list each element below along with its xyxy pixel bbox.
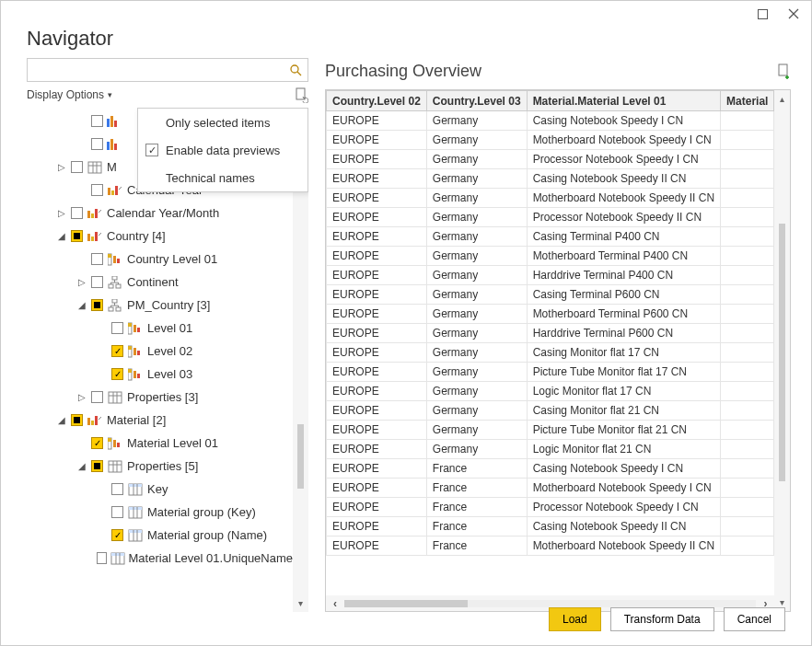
add-column-button[interactable]: [777, 63, 791, 79]
table-cell: [721, 285, 774, 305]
scroll-thumb[interactable]: [297, 424, 304, 489]
expander-open-icon[interactable]: ◢: [76, 461, 87, 471]
preview-grid[interactable]: Country.Level 02Country.Level 03Material…: [326, 90, 774, 611]
tree-checkbox[interactable]: [71, 414, 83, 426]
tree-row[interactable]: ▷Continent: [27, 271, 293, 294]
expander-closed-icon[interactable]: ▷: [56, 162, 67, 172]
tree-checkbox[interactable]: ✓: [111, 368, 123, 380]
transform-button[interactable]: Transform Data: [610, 607, 714, 631]
maximize-button[interactable]: [756, 7, 769, 20]
tree-checkbox[interactable]: [71, 161, 83, 173]
table-cell: Germany: [426, 324, 527, 343]
table-row[interactable]: EUROPEGermanyPicture Tube Monitor flat 2…: [327, 421, 774, 440]
column-header[interactable]: Country.Level 03: [426, 91, 527, 111]
expander-open-icon[interactable]: ◢: [56, 231, 67, 241]
table-row[interactable]: EUROPEGermanyMotherboard Notebook Speedy…: [327, 189, 774, 208]
table-row[interactable]: EUROPEGermanyMotherboard Terminal P400 C…: [327, 247, 774, 266]
tree-row[interactable]: ✓Material Level 01: [27, 432, 293, 455]
table-cell: [721, 169, 774, 189]
expander-closed-icon[interactable]: ▷: [56, 208, 67, 218]
menu-enable-previews[interactable]: ✓ Enable data previews: [138, 136, 307, 164]
table-row[interactable]: EUROPEFranceMotherboard Notebook Speedy …: [327, 479, 774, 498]
tree-row[interactable]: ◢Properties [5]: [27, 455, 293, 478]
table-row[interactable]: EUROPEGermanyProcessor Notebook Speedy I…: [327, 150, 774, 169]
tree-row[interactable]: ▷Properties [3]: [27, 386, 293, 409]
tree-row[interactable]: ◢Country [4]: [27, 225, 293, 248]
expander-closed-icon[interactable]: ▷: [76, 277, 87, 287]
table-cell: Casing Monitor flat 17 CN: [527, 343, 720, 363]
table-row[interactable]: EUROPEGermanyHarddrive Terminal P400 CN: [327, 266, 774, 285]
tree-checkbox[interactable]: [71, 230, 83, 242]
svg-rect-8: [114, 121, 117, 127]
column-header[interactable]: Material.Material Level 01: [527, 91, 720, 111]
tree-row[interactable]: ✓Level 03: [27, 363, 293, 386]
tree-checkbox[interactable]: ✓: [111, 529, 123, 541]
search-box[interactable]: [27, 58, 308, 82]
table-row[interactable]: EUROPEGermanyLogic Monitor flat 17 CN: [327, 382, 774, 401]
scroll-up-arrow[interactable]: ▴: [780, 90, 784, 108]
table-row[interactable]: EUROPEGermanyPicture Tube Monitor flat 1…: [327, 363, 774, 382]
tree-row[interactable]: Key: [27, 478, 293, 501]
tree-checkbox[interactable]: ✓: [91, 437, 103, 449]
display-options-dropdown[interactable]: Display Options ▾: [27, 88, 112, 101]
tree-row[interactable]: ✓Level 02: [27, 340, 293, 363]
tree-row[interactable]: Level 01: [27, 317, 293, 340]
table-row[interactable]: EUROPEGermanyMotherboard Terminal P600 C…: [327, 305, 774, 324]
table-row[interactable]: EUROPEFranceProcessor Notebook Speedy I …: [327, 498, 774, 517]
grid-scrollbar[interactable]: ▴ ▾: [774, 90, 790, 611]
tree-row[interactable]: ◢Material [2]: [27, 409, 293, 432]
table-cell: France: [426, 536, 527, 556]
close-button[interactable]: [787, 7, 800, 20]
tree-row[interactable]: Material Level 01.UniqueName: [27, 547, 293, 570]
table-cell: Motherboard Notebook Speedy I CN: [527, 479, 720, 498]
load-button[interactable]: Load: [549, 607, 601, 631]
table-row[interactable]: EUROPEGermanyMotherboard Notebook Speedy…: [327, 131, 774, 150]
tree-checkbox[interactable]: [91, 253, 103, 265]
tree-checkbox[interactable]: ✓: [111, 345, 123, 357]
tree-checkbox[interactable]: [111, 506, 123, 518]
tree-checkbox[interactable]: [91, 115, 103, 127]
table-row[interactable]: EUROPEFranceCasing Notebook Speedy I CN: [327, 459, 774, 479]
tree-checkbox[interactable]: [111, 483, 123, 495]
table-row[interactable]: EUROPEGermanyCasing Notebook Speedy I CN: [327, 111, 774, 131]
tree-row[interactable]: ▷Calendar Year/Month: [27, 202, 293, 225]
tree-row[interactable]: Country Level 01: [27, 248, 293, 271]
refresh-button[interactable]: [295, 87, 308, 103]
tree-checkbox[interactable]: [91, 276, 103, 288]
expander-open-icon[interactable]: ◢: [56, 415, 67, 425]
expander-open-icon[interactable]: ◢: [76, 300, 87, 310]
tree-checkbox[interactable]: [91, 460, 103, 472]
tree-checkbox[interactable]: [91, 138, 103, 150]
table-cell: EUROPE: [327, 401, 427, 421]
search-input[interactable]: [28, 59, 284, 81]
cancel-button[interactable]: Cancel: [724, 607, 785, 631]
column-header[interactable]: Country.Level 02: [327, 91, 427, 111]
tree-row[interactable]: ◢PM_Country [3]: [27, 294, 293, 317]
scroll-thumb[interactable]: [779, 224, 785, 481]
column-header[interactable]: Material: [721, 91, 774, 111]
table-row[interactable]: EUROPEGermanyCasing Monitor flat 17 CN: [327, 343, 774, 363]
table-row[interactable]: EUROPEGermanyCasing Terminal P400 CN: [327, 227, 774, 247]
table-row[interactable]: EUROPEFranceCasing Notebook Speedy II CN: [327, 517, 774, 536]
table-row[interactable]: EUROPEGermanyCasing Monitor flat 21 CN: [327, 401, 774, 421]
table-row[interactable]: EUROPEGermanyLogic Monitor flat 21 CN: [327, 440, 774, 459]
tree-checkbox[interactable]: [91, 299, 103, 311]
tree-checkbox[interactable]: [91, 184, 103, 196]
table-row[interactable]: EUROPEGermanyHarddrive Terminal P600 CN: [327, 324, 774, 343]
expander-closed-icon[interactable]: ▷: [76, 392, 87, 402]
table-row[interactable]: EUROPEGermanyProcessor Notebook Speedy I…: [327, 208, 774, 227]
tree-row[interactable]: Material group (Key): [27, 501, 293, 524]
level-icon: [127, 366, 144, 383]
table-row[interactable]: EUROPEFranceMotherboard Notebook Speedy …: [327, 536, 774, 556]
tree-row[interactable]: ✓Material group (Name): [27, 524, 293, 547]
menu-only-selected[interactable]: Only selected items: [138, 109, 307, 136]
tree-checkbox[interactable]: [97, 552, 107, 564]
menu-technical-names[interactable]: Technical names: [138, 164, 307, 191]
tree-checkbox[interactable]: [111, 322, 123, 334]
display-options-menu[interactable]: Only selected items ✓ Enable data previe…: [137, 108, 308, 192]
table-row[interactable]: EUROPEGermanyCasing Terminal P600 CN: [327, 285, 774, 305]
table-row[interactable]: EUROPEGermanyCasing Notebook Speedy II C…: [327, 169, 774, 189]
tree-checkbox[interactable]: [71, 207, 83, 219]
search-icon[interactable]: [284, 63, 307, 76]
tree-checkbox[interactable]: [91, 391, 103, 403]
